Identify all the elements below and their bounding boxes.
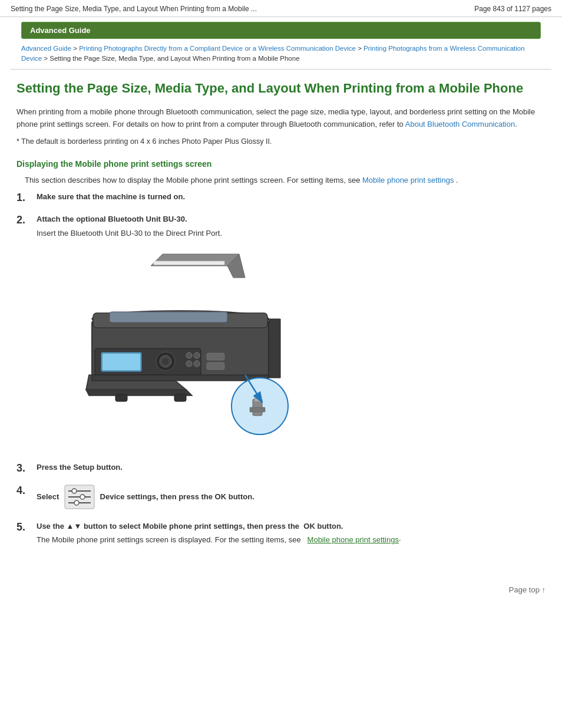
step-3: 3. Press the Setup button. (16, 462, 546, 473)
intro-period: . (515, 120, 517, 129)
section-desc-end: . (456, 176, 458, 185)
intro-paragraph: When printing from a mobile phone throug… (16, 106, 546, 131)
step-1: 1. Make sure that the machine is turned … (16, 191, 546, 203)
step-4-content: Select De (37, 484, 546, 510)
page-top-container: Page top ↑ (0, 574, 562, 605)
printer-image (57, 248, 304, 443)
step-4-text-pre: Select (37, 491, 61, 503)
svg-point-17 (186, 361, 192, 367)
step-3-text: Press the Setup button. (37, 463, 123, 472)
breadcrumb-link-1[interactable]: Advanced Guide (21, 45, 71, 52)
step-5-number: 5. (16, 521, 34, 532)
advanced-guide-header: Advanced Guide (21, 22, 541, 39)
breadcrumb-sep-2: > (358, 45, 363, 52)
svg-marker-25 (269, 319, 280, 378)
step-5-content: Use the ▲▼ button to select Mobile phone… (37, 521, 546, 546)
step-3-content: Press the Setup button. (37, 462, 546, 473)
advanced-guide-header-section: Advanced Guide Advanced Guide > Printing… (11, 22, 551, 70)
step-5-bold: Use the ▲▼ button to select Mobile phone… (37, 522, 343, 531)
svg-rect-20 (207, 363, 224, 370)
step-5: 5. Use the ▲▼ button to select Mobile ph… (16, 521, 546, 546)
main-content: Setting the Page Size, Media Type, and L… (0, 70, 562, 574)
svg-rect-19 (207, 353, 224, 360)
svg-rect-11 (103, 354, 140, 370)
breadcrumb-link-2[interactable]: Printing Photographs Directly from a Com… (79, 45, 356, 52)
mobile-print-settings-link-2[interactable]: Mobile phone print settings (308, 535, 399, 544)
svg-rect-26 (115, 394, 127, 401)
svg-point-14 (162, 358, 169, 365)
breadcrumb-sep-1: > (73, 45, 79, 52)
svg-marker-3 (154, 262, 224, 263)
about-bluetooth-link[interactable]: About Bluetooth Communication (405, 120, 515, 129)
step-2-normal: Insert the Bluetooth Unit BU-30 to the D… (37, 228, 546, 240)
step-1-content: Make sure that the machine is turned on. (37, 191, 546, 203)
svg-point-36 (72, 489, 77, 493)
step-2-number: 2. (16, 213, 34, 225)
settings-icon-svg (64, 484, 95, 510)
svg-rect-8 (110, 312, 227, 322)
breadcrumb: Advanced Guide > Printing Photographs Di… (11, 39, 551, 70)
svg-point-40 (74, 500, 79, 505)
step-4-number: 4. (16, 484, 34, 496)
svg-rect-24 (92, 375, 269, 381)
note-text: * The default is borderless printing on … (16, 136, 546, 147)
device-settings-icon (64, 484, 95, 510)
step-2-content: Attach the optional Bluetooth Unit BU-30… (37, 213, 546, 450)
step-4-text-post: Device settings, then press the OK butto… (98, 491, 254, 503)
svg-point-15 (186, 353, 192, 358)
step-4-inline: Select De (37, 484, 546, 510)
svg-point-16 (194, 353, 200, 358)
svg-marker-4 (154, 261, 224, 262)
breadcrumb-current: > Setting the Page Size, Media Type, and… (44, 55, 299, 62)
svg-rect-30 (250, 407, 265, 412)
section-desc: This section describes how to display th… (16, 174, 546, 187)
step-4: 4. Select (16, 484, 546, 510)
step-1-text: Make sure that the machine is turned on. (37, 192, 185, 201)
top-bar: Setting the Page Size, Media Type, and L… (0, 0, 562, 17)
step-5-normal: The Mobile phone print settings screen i… (37, 534, 546, 546)
section-desc-text: This section describes how to display th… (25, 176, 360, 185)
printer-svg (57, 248, 304, 443)
page-top-link[interactable]: Page top ↑ (509, 585, 546, 594)
svg-rect-27 (174, 394, 186, 401)
step-2-bold: Attach the optional Bluetooth Unit BU-30… (37, 215, 187, 223)
step-1-number: 1. (16, 191, 34, 203)
mobile-print-settings-link-1[interactable]: Mobile phone print settings (362, 176, 454, 185)
top-bar-title: Setting the Page Size, Media Type, and L… (11, 5, 257, 13)
section-heading: Displaying the Mobile phone print settin… (16, 159, 546, 169)
svg-point-18 (194, 361, 200, 367)
steps-list: 1. Make sure that the machine is turned … (16, 191, 546, 546)
page-title: Setting the Page Size, Media Type, and L… (16, 80, 546, 97)
step-2: 2. Attach the optional Bluetooth Unit BU… (16, 213, 546, 450)
advanced-guide-label: Advanced Guide (30, 26, 91, 35)
step-3-number: 3. (16, 462, 34, 473)
top-bar-page: Page 843 of 1127 pages (474, 5, 551, 13)
svg-marker-2 (154, 263, 224, 265)
svg-point-38 (80, 495, 85, 499)
